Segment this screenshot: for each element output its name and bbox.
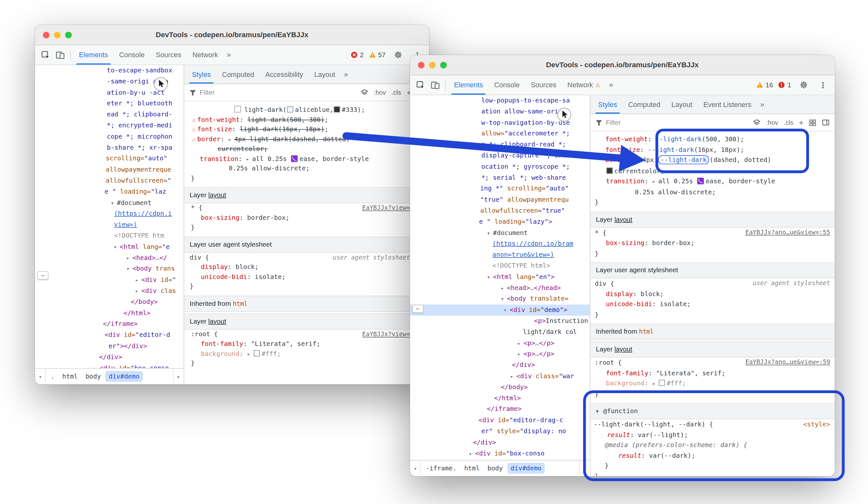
dom-tree-node[interactable]: er"></div> — [35, 341, 184, 352]
rule-source-link[interactable]: user agent stylesheet — [753, 278, 830, 289]
dom-tree-node[interactable]: cope *; microphon — [35, 131, 184, 142]
dom-tree-node[interactable]: low-popups-to-escape-sa — [410, 95, 590, 107]
tab-computed[interactable]: Computed — [622, 95, 666, 114]
css-declaration-line[interactable]: display: block; — [184, 262, 429, 272]
dom-tree-node[interactable]: ▾<div id="demo"> — [410, 304, 590, 315]
error-badge[interactable]: 2 — [351, 51, 364, 59]
dom-tree-node[interactable]: ▸<p>…</p> — [410, 338, 590, 349]
expand-arrow-icon[interactable]: ▾ — [126, 263, 133, 274]
color-swatch[interactable] — [287, 107, 293, 112]
expand-arrow-icon[interactable]: ▾ — [487, 272, 493, 283]
css-declaration-line[interactable]: unicode-bidi: isolate; — [590, 299, 835, 309]
device-toolbar-icon[interactable] — [428, 75, 443, 95]
css-declaration-line[interactable]: transition: ▸all 0.25s ease, border-styl… — [184, 154, 429, 164]
styles-section-header[interactable]: Layer layout — [590, 341, 835, 357]
more-actions-button[interactable]: ⋯ — [37, 271, 48, 280]
dom-tree-node[interactable]: ▸<div class="war — [410, 371, 590, 382]
css-declaration-line[interactable]: font-family: "Literata", serif; — [184, 339, 429, 349]
dom-tree-node[interactable]: ▸<div id="box-conso — [35, 363, 184, 369]
dom-tree-node[interactable]: allow="accelerometer *; — [410, 128, 590, 139]
tab-network[interactable]: Network — [187, 45, 223, 65]
minimize-button[interactable] — [429, 61, 436, 68]
color-swatch[interactable] — [254, 350, 260, 356]
tab-layout[interactable]: Layout — [309, 65, 341, 84]
dom-tree-node[interactable]: ▸<head>…</head> — [410, 283, 590, 294]
tab-layout[interactable]: Layout — [666, 95, 698, 114]
dom-tree-node[interactable]: b-share *; xr-spa — [35, 142, 184, 153]
new-style-rule-button[interactable]: + — [799, 118, 803, 127]
dom-tree-node[interactable]: ▾#document — [35, 198, 184, 209]
css-declaration-line[interactable]: ⚠font-weight: light-dark(500, 300); — [184, 115, 429, 125]
css-declaration-line[interactable]: } — [590, 309, 835, 320]
expand-arrow-icon[interactable]: ▾ — [487, 228, 493, 239]
breadcrumb-item[interactable]: -iframe. — [422, 463, 460, 474]
crumb-scroll-left[interactable]: ◂ — [410, 460, 421, 476]
css-declaration-line[interactable]: div {user agent stylesheet — [590, 278, 835, 289]
zoom-button[interactable] — [440, 61, 447, 68]
expand-arrow-icon[interactable]: ▸ — [636, 155, 642, 166]
css-declaration-line[interactable]: ⚠border: ▸4px light-dark(dashed, dotted) — [184, 134, 429, 144]
inspect-icon[interactable] — [413, 75, 428, 95]
tab-computed[interactable]: Computed — [216, 65, 260, 84]
css-declaration-line[interactable]: div {user agent stylesheet — [184, 252, 429, 262]
css-declaration-line[interactable]: background: ▸#fff; — [184, 349, 429, 359]
tab-console[interactable]: Console — [488, 75, 525, 95]
css-declaration-line[interactable]: } — [590, 389, 835, 399]
dom-tree-node[interactable]: </body> — [410, 382, 590, 393]
dom-tree-node[interactable]: ead *; clipboard- — [35, 109, 184, 120]
pseudo-state-toggle-button[interactable]: :hov — [766, 119, 778, 126]
dom-tree-node[interactable]: <p>Instruction — [410, 316, 590, 327]
css-declaration-line[interactable]: box-sizing: border-box; — [184, 213, 429, 223]
more-tabs-button[interactable]: » — [224, 45, 234, 65]
css-declaration-line[interactable]: ⚠font-size: light-dark(16px, 18px); — [184, 125, 429, 134]
css-declaration-line[interactable]: @media (prefers-color-scheme: dark) { — [590, 440, 835, 450]
more-actions-button[interactable]: ⋯ — [412, 304, 423, 313]
tab-network[interactable]: Network⚠ — [562, 75, 606, 95]
expand-arrow-icon[interactable]: ▸ — [93, 363, 100, 369]
more-tabs-button[interactable]: » — [606, 75, 616, 95]
dom-tree-node[interactable]: </div> — [410, 360, 590, 371]
color-swatch[interactable] — [606, 168, 612, 174]
css-declaration-line[interactable]: } — [184, 282, 429, 292]
styles-section-header[interactable]: Layer user agent stylesheet — [184, 236, 429, 252]
dom-tree-node[interactable]: light/dark col — [410, 327, 590, 338]
dom-tree-node[interactable]: e " loading="laz — [35, 187, 184, 198]
breadcrumb-item[interactable]: . — [47, 371, 58, 382]
dom-tree-node[interactable]: ▾<body trans — [35, 263, 184, 274]
css-declaration-line[interactable]: font-weight: --light-dark(500, 300); — [590, 134, 835, 144]
close-button[interactable] — [418, 61, 425, 68]
device-toolbar-icon[interactable] — [53, 45, 68, 65]
expand-arrow-icon[interactable]: ▾ — [111, 198, 117, 209]
dom-tree-node[interactable]: display-capture *; enc — [410, 150, 590, 161]
dom-tree-node[interactable]: w-top-navigation-by-use — [410, 117, 590, 128]
dom-tree-node[interactable]: </body> — [35, 297, 184, 308]
expand-arrow-icon[interactable]: ▸ — [517, 338, 524, 349]
css-declaration-line[interactable]: light-dark(aliceblue,#333); — [184, 105, 429, 115]
css-declaration-line[interactable]: display: block; — [590, 289, 835, 299]
dom-tree-node[interactable]: <!DOCTYPE htm — [35, 231, 184, 242]
expand-arrow-icon[interactable]: ▸ — [501, 283, 507, 294]
css-declaration-line[interactable]: } — [590, 471, 835, 476]
css-declaration-line[interactable]: --light-dark(--light, --dark) {<style> — [590, 419, 835, 430]
rule-source-link[interactable]: user agent stylesheet — [333, 252, 410, 262]
css-layers-icon[interactable] — [753, 119, 761, 127]
tab-elements[interactable]: Elements — [73, 45, 113, 65]
styles-section-header[interactable]: Layer layout — [590, 211, 835, 228]
declaration-checkbox[interactable] — [234, 106, 241, 112]
expand-arrow-icon[interactable]: ▸ — [652, 379, 658, 389]
warning-badge[interactable]: 16 — [756, 81, 773, 89]
dom-tree-node[interactable]: eter *; bluetooth — [35, 98, 184, 109]
rule-source-link[interactable]: EaYBJJx?view= — [362, 330, 410, 339]
expand-arrow-icon[interactable]: ▾ — [501, 294, 507, 304]
tab-sources[interactable]: Sources — [525, 75, 562, 95]
styles-section-header[interactable]: Inherited from html — [184, 295, 429, 312]
warning-badge[interactable]: 57 — [369, 51, 385, 59]
expand-arrow-icon[interactable]: ▸ — [510, 371, 516, 382]
dom-tree-node[interactable]: ▸<p>…</p> — [410, 349, 590, 360]
css-declaration-line[interactable]: currentcolor; — [184, 144, 429, 154]
expand-arrow-icon[interactable]: ▸ — [247, 349, 253, 359]
breadcrumb-item[interactable]: div#demo — [105, 371, 143, 382]
inherited-from-link[interactable]: html — [639, 328, 654, 335]
dom-tree-node[interactable]: </div> — [35, 352, 184, 363]
styles-section-header[interactable]: Layer user agent stylesheet — [590, 262, 835, 278]
